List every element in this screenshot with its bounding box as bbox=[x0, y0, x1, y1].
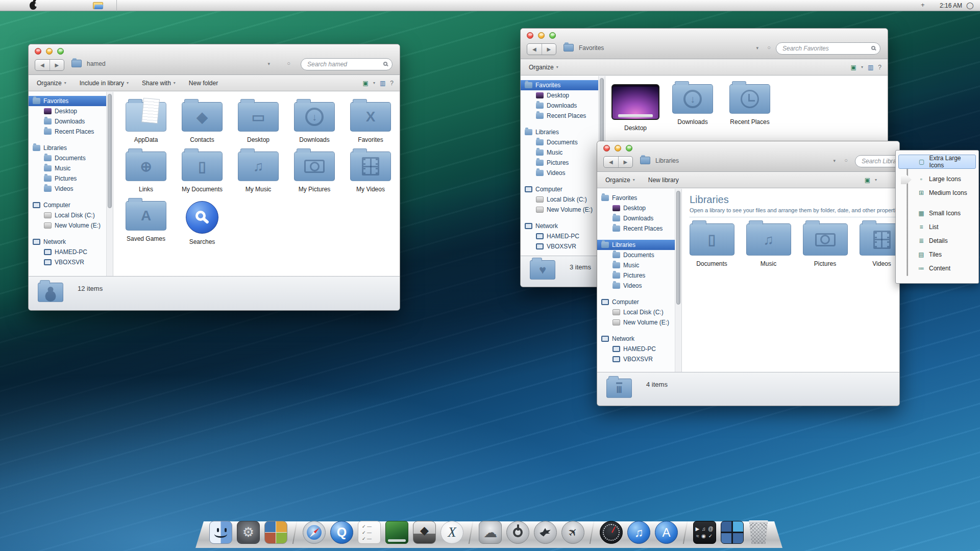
power-menu-icon[interactable]: ◯ bbox=[966, 2, 974, 9]
sidebar-item[interactable]: HAMED-PC bbox=[597, 344, 675, 354]
quicktime-dock-icon[interactable]: Q bbox=[330, 521, 353, 544]
close-button[interactable] bbox=[527, 32, 533, 39]
explorer-app-icon[interactable] bbox=[93, 2, 103, 9]
sidebar-item[interactable]: Videos bbox=[29, 184, 106, 194]
minimize-button[interactable] bbox=[538, 32, 545, 39]
file-item[interactable]: My Videos bbox=[342, 152, 399, 193]
file-item[interactable]: Desktop bbox=[607, 84, 664, 132]
refresh-icon[interactable]: ○ bbox=[844, 157, 848, 163]
toolbar-button[interactable]: Organize ▾ bbox=[529, 64, 558, 71]
sidebar-item[interactable]: VBOXSVR bbox=[597, 354, 675, 364]
view-menu-item[interactable]: ⊞ Medium Icons bbox=[898, 186, 976, 199]
sidebar-item[interactable]: Pictures bbox=[597, 270, 675, 281]
breadcrumb[interactable]: hamed bbox=[87, 60, 106, 67]
dashboard-dock-icon[interactable] bbox=[600, 521, 623, 544]
search-input[interactable] bbox=[862, 158, 900, 165]
forward-button[interactable]: ▶ bbox=[542, 44, 556, 55]
safari-dock-icon[interactable] bbox=[303, 521, 326, 544]
sidebar-item[interactable]: Documents bbox=[521, 137, 598, 147]
sidebar-item[interactable]: Recent Places bbox=[597, 223, 675, 234]
system-preferences-dock-icon[interactable]: ⚙ bbox=[237, 521, 260, 544]
toolbar-button[interactable]: New library bbox=[648, 177, 681, 184]
itunes-dock-icon[interactable]: ♫ bbox=[627, 521, 650, 544]
sidebar-item[interactable]: Desktop bbox=[29, 106, 106, 116]
osx-dock-icon[interactable]: X bbox=[440, 521, 463, 544]
change-view-caret-icon[interactable]: ▾ bbox=[861, 65, 863, 69]
title-bar[interactable]: ◀ ▶ Favorites ▾ ○ bbox=[521, 29, 888, 59]
separator-dock-icon[interactable] bbox=[469, 519, 474, 544]
toolbar-button[interactable]: New folder bbox=[189, 80, 220, 87]
game-center-dock-icon[interactable] bbox=[264, 521, 287, 544]
close-button[interactable] bbox=[35, 48, 41, 55]
twitter-dock-icon[interactable] bbox=[534, 521, 557, 544]
help-button[interactable]: ? bbox=[390, 80, 394, 87]
reminders-dock-icon[interactable]: ✓ — ✓ — ✓ — bbox=[358, 521, 381, 544]
sidebar-item[interactable]: Network bbox=[521, 221, 598, 231]
sidebar-item[interactable]: Favorites bbox=[521, 80, 598, 90]
appstore-dock-icon[interactable]: A bbox=[655, 521, 678, 544]
sidebar-item[interactable]: Music bbox=[521, 147, 598, 158]
address-dropdown-icon[interactable]: ▾ bbox=[756, 45, 758, 51]
zoom-button[interactable] bbox=[549, 32, 556, 39]
breadcrumb[interactable]: Libraries bbox=[655, 157, 679, 164]
forward-button[interactable]: ▶ bbox=[619, 157, 633, 167]
sidebar-item[interactable]: Documents bbox=[597, 250, 675, 260]
sidebar-item[interactable]: Favorites bbox=[29, 96, 106, 106]
library-item[interactable]: ♫ Music bbox=[740, 223, 797, 267]
library-item[interactable]: Videos bbox=[853, 223, 899, 267]
sidebar-item[interactable]: New Volume (E:) bbox=[521, 205, 598, 215]
preview-pane-button[interactable]: ▥ bbox=[380, 80, 385, 87]
sidebar-item[interactable]: Local Disk (C:) bbox=[29, 210, 106, 220]
file-item[interactable]: AppData bbox=[118, 102, 174, 143]
sidebar-item[interactable]: Pictures bbox=[521, 158, 598, 168]
sidebar-item[interactable]: Desktop bbox=[597, 203, 675, 213]
sidebar-item[interactable]: Network bbox=[29, 237, 106, 247]
sidebar-scrollbar[interactable] bbox=[106, 92, 113, 276]
view-menu-item[interactable]: ▦ Small Icons bbox=[898, 206, 976, 220]
bootcamp-dock-icon[interactable]: ◆ bbox=[413, 521, 436, 544]
sidebar-item[interactable]: HAMED-PC bbox=[29, 247, 106, 257]
title-bar[interactable]: ◀ ▶ Libraries ▾ ○ bbox=[597, 141, 899, 172]
menu-bar-clock[interactable]: 2:16 AM bbox=[940, 2, 962, 9]
sidebar-item[interactable]: VBOXSVR bbox=[521, 241, 598, 252]
view-menu-item[interactable]: ▢ Extra Large Icons bbox=[898, 155, 976, 169]
change-view-button[interactable]: ▣ bbox=[363, 80, 369, 87]
title-bar[interactable]: ◀ ▶ hamed ▾ ○ bbox=[29, 44, 400, 75]
search-input[interactable] bbox=[782, 45, 867, 52]
view-menu-item[interactable]: ≡ List bbox=[898, 220, 976, 234]
sidebar-item[interactable]: Local Disk (C:) bbox=[521, 194, 598, 205]
sidebar-item[interactable]: Libraries bbox=[521, 127, 598, 137]
sidebar-item[interactable]: Downloads bbox=[597, 213, 675, 223]
toolbar-button[interactable]: Organize ▾ bbox=[37, 80, 66, 87]
file-item[interactable]: My Pictures bbox=[286, 152, 342, 193]
sidebar-item[interactable]: Computer bbox=[521, 184, 598, 194]
view-menu-item[interactable]: ▤ Tiles bbox=[898, 247, 976, 261]
file-item[interactable]: ↓ Downloads bbox=[664, 84, 721, 132]
close-button[interactable] bbox=[603, 145, 610, 152]
refresh-icon[interactable]: ○ bbox=[767, 44, 771, 51]
launchpad-dock-icon[interactable]: ✈ bbox=[561, 521, 584, 544]
sidebar-item[interactable]: Videos bbox=[597, 281, 675, 291]
sidebar-item[interactable]: Music bbox=[597, 260, 675, 270]
back-button[interactable]: ◀ bbox=[527, 44, 542, 55]
help-button[interactable]: ? bbox=[878, 64, 881, 71]
minimize-button[interactable] bbox=[46, 48, 53, 55]
change-view-button[interactable]: ▣ bbox=[865, 177, 870, 184]
trash-dock-icon[interactable] bbox=[748, 520, 769, 544]
sidebar-item[interactable]: Documents bbox=[29, 153, 106, 163]
separator-dock-icon[interactable] bbox=[590, 519, 595, 544]
refresh-icon[interactable]: ○ bbox=[287, 60, 290, 66]
view-menu-item[interactable]: ≔ Content bbox=[898, 261, 976, 275]
view-menu-item[interactable]: ▫ Large Icons bbox=[898, 172, 976, 186]
sidebar-item[interactable]: Downloads bbox=[29, 116, 106, 127]
sidebar-item[interactable]: HAMED-PC bbox=[521, 231, 598, 241]
scrollbar-thumb[interactable] bbox=[676, 191, 680, 305]
sidebar-item[interactable]: Computer bbox=[29, 200, 106, 210]
library-item[interactable]: Pictures bbox=[797, 223, 853, 267]
sidebar-item[interactable]: Recent Places bbox=[29, 127, 106, 137]
icloud-dock-icon[interactable]: ☁ bbox=[479, 521, 502, 544]
zoom-button[interactable] bbox=[57, 48, 64, 55]
search-input[interactable] bbox=[307, 61, 379, 68]
status-plus-icon[interactable]: + bbox=[921, 1, 925, 9]
change-view-caret-icon[interactable]: ▾ bbox=[875, 178, 877, 182]
